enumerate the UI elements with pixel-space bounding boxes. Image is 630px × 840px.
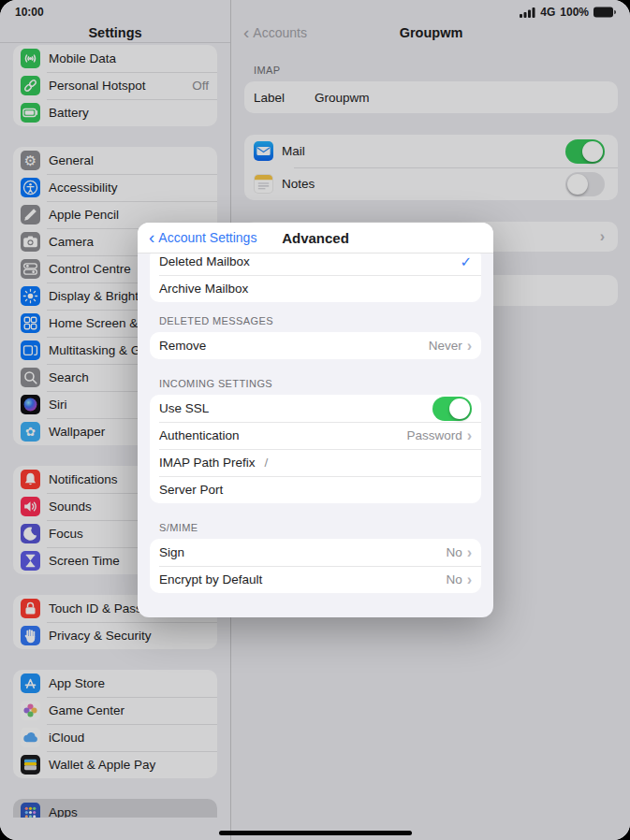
row-label: Archive Mailbox <box>159 282 248 296</box>
row-encrypt-by-default[interactable]: Encrypt by DefaultNo› <box>150 566 481 593</box>
home-indicator[interactable] <box>219 831 412 835</box>
modal-body: Deleted Mailbox✓Archive Mailbox DELETED … <box>138 253 493 617</box>
section-label-s-mime: S/MIME <box>150 503 481 539</box>
ipad-screen: 10:00 4G 100% Settings Mobile DataPerson… <box>0 0 630 840</box>
row-value: No <box>446 545 462 559</box>
row-label: Authentication <box>159 428 240 442</box>
modal-header: ‹ Account Settings Advanced <box>138 223 493 253</box>
row-label: Use SSL <box>159 401 209 415</box>
row-label: Deleted Mailbox <box>159 254 250 268</box>
row-label: IMAP Path Prefix <box>159 456 256 470</box>
row-remove[interactable]: RemoveNever› <box>150 332 481 359</box>
row-imap-path-prefix[interactable]: IMAP Path Prefix/ <box>150 449 481 476</box>
section-label-incoming-settings: INCOMING SETTINGS <box>150 359 481 395</box>
chevron-right-icon: › <box>467 545 472 560</box>
use-ssl-toggle[interactable] <box>432 397 472 421</box>
row-inline-value[interactable]: / <box>265 456 269 470</box>
row-value: Password <box>406 428 462 442</box>
row-authentication[interactable]: AuthenticationPassword› <box>150 422 481 449</box>
chevron-right-icon: › <box>467 339 472 354</box>
chevron-left-icon: ‹ <box>149 228 154 246</box>
section-card-incoming-settings: Use SSLAuthenticationPassword›IMAP Path … <box>150 395 481 503</box>
row-label: Encrypt by Default <box>159 572 262 587</box>
advanced-modal: ‹ Account Settings Advanced Deleted Mail… <box>138 223 493 617</box>
checkmark-icon: ✓ <box>460 253 472 270</box>
row-label: Sign <box>159 545 184 559</box>
back-label: Account Settings <box>158 230 256 245</box>
row-value: Never <box>429 339 462 353</box>
mailbox-card: Deleted Mailbox✓Archive Mailbox <box>150 253 481 302</box>
section-label-deleted-messages: DELETED MESSAGES <box>150 302 481 332</box>
row-deleted-mailbox[interactable]: Deleted Mailbox✓ <box>150 253 481 275</box>
row-label: Remove <box>159 339 206 353</box>
chevron-right-icon: › <box>467 572 472 587</box>
row-value: No <box>446 572 462 587</box>
row-sign[interactable]: SignNo› <box>150 539 481 566</box>
row-server-port[interactable]: Server Port <box>150 476 481 503</box>
back-button-account-settings[interactable]: ‹ Account Settings <box>149 223 256 253</box>
row-archive-mailbox[interactable]: Archive Mailbox <box>150 275 481 302</box>
modal-title: Advanced <box>282 230 349 246</box>
section-card-deleted-messages: RemoveNever› <box>150 332 481 359</box>
chevron-right-icon: › <box>467 428 472 443</box>
row-label: Server Port <box>159 483 223 497</box>
row-use-ssl[interactable]: Use SSL <box>150 395 481 422</box>
section-card-s-mime: SignNo›Encrypt by DefaultNo› <box>150 539 481 593</box>
